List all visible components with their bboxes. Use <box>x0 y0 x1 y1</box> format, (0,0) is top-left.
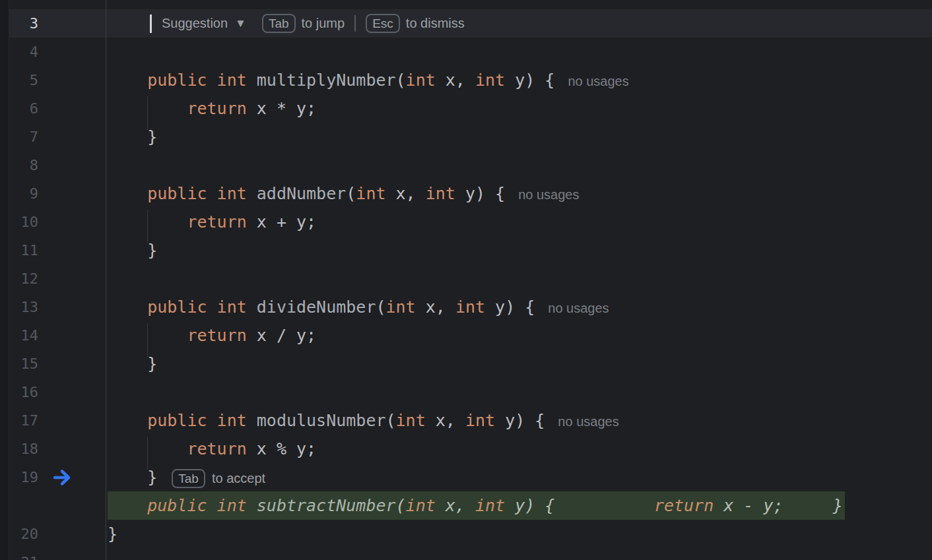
gutter-row[interactable]: 8 <box>9 151 106 179</box>
code-line[interactable]: return x / y; <box>106 321 932 350</box>
code-token <box>783 496 833 515</box>
code-line[interactable]: return x % y; <box>106 435 932 463</box>
gutter-row[interactable]: 6 <box>9 94 106 123</box>
gutter-row[interactable]: 9 <box>9 179 106 208</box>
line-number[interactable]: 15 <box>9 350 38 378</box>
code-token: return <box>187 439 246 458</box>
code-line[interactable] <box>106 548 932 560</box>
code-token: } <box>108 127 157 146</box>
inline-suggestion[interactable]: public int subtractNumber(int x, int y) … <box>108 491 845 520</box>
code-token: x, <box>426 411 465 430</box>
code-token: y) { <box>505 71 554 90</box>
code-token: public <box>147 411 207 430</box>
gutter-row[interactable]: 20 <box>9 520 106 548</box>
key-badge: Tab <box>262 14 296 33</box>
suggestion-hint-bar: Suggestion▼Tabto jumpEscto dismiss <box>106 9 932 38</box>
code-token <box>108 411 147 430</box>
suggestion-gutter-arrow-icon[interactable] <box>53 468 73 487</box>
gutter-row[interactable]: 7 <box>9 123 106 151</box>
suggestion-dropdown[interactable]: Suggestion▼ <box>162 16 246 31</box>
code-token: int <box>386 297 416 317</box>
gutter-row[interactable]: 12 <box>9 264 106 293</box>
code-token <box>247 184 257 203</box>
gutter-row[interactable] <box>9 491 106 520</box>
no-usages-inlay[interactable]: no usages <box>558 414 618 429</box>
line-number[interactable]: 8 <box>9 151 38 179</box>
code-editor: 3456789101112131415161718192021 Suggesti… <box>0 0 932 560</box>
code-line[interactable]: public int modulusNumber(int x, int y) {… <box>106 406 932 435</box>
code-token: ( <box>346 184 356 203</box>
code-token: int <box>426 184 455 203</box>
line-number-column: 3456789101112131415161718192021 <box>9 9 106 560</box>
gutter-row[interactable]: 10 <box>9 208 106 236</box>
code-line[interactable] <box>106 38 932 66</box>
gutter-row[interactable]: 16 <box>9 378 106 406</box>
gutter-row[interactable]: 15 <box>9 350 106 378</box>
editor-code-area[interactable]: Suggestion▼Tabto jumpEscto dismiss publi… <box>106 0 932 560</box>
line-number[interactable]: 13 <box>9 293 38 321</box>
code-token: ( <box>396 71 406 90</box>
gutter-row[interactable]: 13 <box>9 293 106 321</box>
code-line[interactable] <box>106 264 932 293</box>
code-line[interactable]: } <box>106 236 932 264</box>
line-number[interactable]: 11 <box>9 236 38 264</box>
code-token <box>207 184 217 203</box>
code-token: int <box>356 184 385 203</box>
code-line[interactable]: public int multiplyNumber(int x, int y) … <box>106 66 932 94</box>
line-number[interactable]: 19 <box>9 463 38 491</box>
no-usages-inlay[interactable]: no usages <box>568 74 628 88</box>
code-token: return <box>654 496 714 515</box>
code-token: ( <box>396 496 406 515</box>
code-line[interactable]: } <box>106 350 932 378</box>
code-token: y) { <box>495 411 545 430</box>
code-token: multiplyNumber <box>257 71 396 90</box>
code-line[interactable]: } <box>106 520 932 548</box>
line-number[interactable]: 10 <box>9 208 38 236</box>
gutter-row[interactable]: 17 <box>9 406 106 435</box>
code-token <box>108 297 147 317</box>
code-token: modulusNumber <box>257 411 386 430</box>
code-line[interactable]: return x * y; <box>106 94 932 123</box>
line-number[interactable]: 6 <box>9 94 38 123</box>
line-number[interactable]: 12 <box>9 264 38 293</box>
code-token: x, <box>436 71 475 90</box>
code-token: public <box>147 297 207 317</box>
code-line[interactable]: } <box>106 123 932 151</box>
code-token: } <box>108 354 157 373</box>
key-badge: Tab <box>172 469 205 488</box>
gutter-row[interactable]: 5 <box>9 66 106 94</box>
gutter-row[interactable]: 19 <box>9 463 106 491</box>
gutter-row[interactable]: 21 <box>9 548 106 560</box>
code-token: } <box>833 496 843 515</box>
gutter-row[interactable]: 18 <box>9 435 106 463</box>
line-number[interactable]: 18 <box>9 435 38 463</box>
line-number[interactable]: 20 <box>9 520 38 548</box>
line-number[interactable]: 7 <box>9 123 38 151</box>
code-token: } <box>108 468 157 487</box>
no-usages-inlay[interactable]: no usages <box>518 187 579 202</box>
line-number[interactable]: 9 <box>9 179 38 208</box>
code-line[interactable]: public int addNumber(int x, int y) {no u… <box>106 179 932 208</box>
line-number[interactable]: 16 <box>9 378 38 406</box>
editor-gutter[interactable]: 3456789101112131415161718192021 <box>9 0 106 560</box>
code-token: x - y; <box>714 496 783 515</box>
code-line[interactable]: return x + y; <box>106 208 932 236</box>
gutter-row[interactable]: 14 <box>9 321 106 350</box>
gutter-row[interactable]: 3 <box>9 9 106 38</box>
line-number[interactable]: 17 <box>9 406 38 435</box>
inline-suggestion-line[interactable]: public int subtractNumber(int x, int y) … <box>106 491 932 520</box>
code-token: x * y; <box>247 99 316 118</box>
code-line[interactable]: }Tabto accept <box>106 463 932 491</box>
code-line[interactable] <box>106 378 932 406</box>
code-line[interactable] <box>106 151 932 179</box>
code-token <box>207 496 217 515</box>
no-usages-inlay[interactable]: no usages <box>548 301 609 315</box>
line-number[interactable]: 5 <box>9 66 38 94</box>
code-line[interactable]: public int divideNumber(int x, int y) {n… <box>106 293 932 321</box>
line-number[interactable]: 4 <box>9 38 38 66</box>
gutter-row[interactable]: 11 <box>9 236 106 264</box>
line-number[interactable]: 21 <box>9 548 38 560</box>
gutter-row[interactable]: 4 <box>9 38 106 66</box>
line-number[interactable]: 3 <box>9 9 38 38</box>
line-number[interactable]: 14 <box>9 321 38 350</box>
